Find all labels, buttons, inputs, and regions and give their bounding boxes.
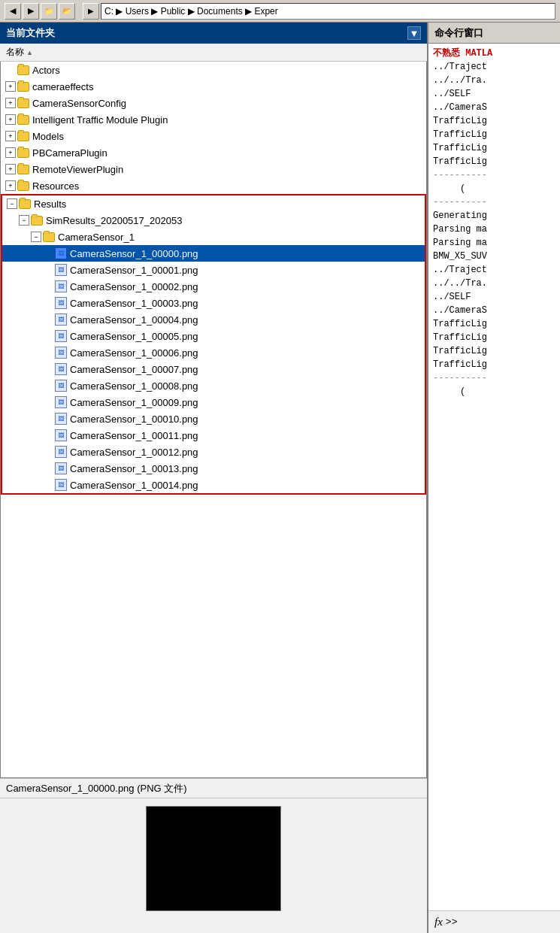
cmd-line: ( bbox=[433, 182, 555, 195]
cmd-line: Parsing ma bbox=[433, 236, 555, 250]
item-label: RemoteViewerPlugin bbox=[32, 164, 123, 175]
list-item[interactable]: 🖼 CameraSensor_1_00014.png bbox=[2, 477, 425, 493]
list-item[interactable]: + PBCameraPlugin bbox=[1, 144, 426, 161]
cmd-line: ../CameraS bbox=[433, 304, 555, 317]
folder-icon bbox=[17, 181, 29, 191]
forward-button[interactable]: ▶ bbox=[23, 3, 39, 20]
item-label: cameraeffects bbox=[32, 81, 93, 92]
folder-icon: ▶ bbox=[83, 3, 99, 20]
image-file-icon: 🖼 bbox=[55, 429, 67, 441]
image-file-icon: 🖼 bbox=[55, 347, 67, 359]
cmd-header: 命令行窗口 bbox=[428, 23, 560, 44]
list-item[interactable]: 🖼 CameraSensor_1_00008.png bbox=[2, 377, 425, 394]
item-label: CameraSensor_1_00005.png bbox=[70, 331, 198, 342]
cmd-line: ../SELF bbox=[433, 290, 555, 304]
image-file-icon: 🖼 bbox=[55, 297, 67, 309]
image-file-icon: 🖼 bbox=[55, 413, 67, 425]
image-file-icon: 🖼 bbox=[55, 462, 67, 474]
item-label: CameraSensor_1_00001.png bbox=[70, 265, 198, 276]
list-item[interactable]: 🖼 CameraSensor_1_00006.png bbox=[2, 344, 425, 361]
left-panel: 当前文件夹 ▼ 名称 ▲ Actors + cameraeffects bbox=[0, 23, 428, 933]
item-label: CameraSensor_1_00007.png bbox=[70, 364, 198, 375]
list-item[interactable]: 🖼 CameraSensor_1_00005.png bbox=[2, 328, 425, 344]
list-item[interactable]: Actors bbox=[1, 62, 426, 78]
cmd-line: Parsing ma bbox=[433, 223, 555, 236]
preview-image bbox=[146, 806, 281, 911]
file-tree[interactable]: Actors + cameraeffects + CameraSensorCon… bbox=[0, 62, 427, 778]
list-item[interactable]: 🖼 CameraSensor_1_00009.png bbox=[2, 394, 425, 410]
list-item[interactable]: 🖼 CameraSensor_1_00007.png bbox=[2, 361, 425, 377]
list-item[interactable]: 🖼 CameraSensor_1_00002.png bbox=[2, 278, 425, 295]
list-item[interactable]: 🖼 CameraSensor_1_00011.png bbox=[2, 427, 425, 444]
item-label: CameraSensor_1_00011.png bbox=[70, 430, 198, 441]
item-label: CameraSensor_1_00000.png bbox=[70, 248, 198, 259]
folder-icon bbox=[43, 232, 55, 242]
cmd-line: ../Traject bbox=[433, 60, 555, 74]
list-item[interactable]: − CameraSensor_1 bbox=[2, 229, 425, 245]
expand-button[interactable]: + bbox=[5, 164, 16, 174]
cmd-prompt[interactable]: >> bbox=[446, 916, 458, 928]
cmd-line: TrafficLig bbox=[433, 331, 555, 344]
status-bar: CameraSensor_1_00000.png (PNG 文件) bbox=[0, 778, 427, 798]
item-label: Resources bbox=[32, 180, 79, 192]
cmd-line: BMW_X5_SUV bbox=[433, 250, 555, 263]
list-item[interactable]: − Results bbox=[2, 195, 425, 212]
cmd-line: ( bbox=[433, 385, 555, 398]
list-item[interactable]: 🖼 CameraSensor_1_00013.png bbox=[2, 460, 425, 477]
column-header: 名称 ▲ bbox=[0, 44, 427, 62]
image-file-icon: 🖼 bbox=[55, 330, 67, 342]
expand-button[interactable]: − bbox=[31, 232, 41, 242]
image-file-icon: 🖼 bbox=[55, 363, 67, 375]
cmd-line: TrafficLig bbox=[433, 344, 555, 358]
history-button[interactable]: 📂 bbox=[59, 3, 75, 20]
up-button[interactable]: 📁 bbox=[41, 3, 57, 20]
cmd-line: ../CameraS bbox=[433, 101, 555, 114]
image-file-icon: 🖼 bbox=[55, 314, 67, 326]
list-item[interactable]: + Intelligent Traffic Module Plugin bbox=[1, 111, 426, 128]
expand-button[interactable]: + bbox=[5, 131, 16, 141]
expand-button[interactable]: + bbox=[5, 114, 16, 125]
main-content: 当前文件夹 ▼ 名称 ▲ Actors + cameraeffects bbox=[0, 23, 560, 933]
list-item[interactable]: + RemoteViewerPlugin bbox=[1, 161, 426, 177]
name-column-header[interactable]: 名称 ▲ bbox=[6, 46, 33, 59]
cmd-line: ---------- bbox=[433, 195, 555, 209]
list-item[interactable]: 🖼 CameraSensor_1_00001.png bbox=[2, 262, 425, 278]
list-item[interactable]: 🖼 CameraSensor_1_00000.png bbox=[2, 245, 425, 262]
folder-icon bbox=[17, 98, 29, 108]
expand-button[interactable]: + bbox=[5, 147, 16, 158]
cmd-line: ../../Tra. bbox=[433, 277, 555, 290]
folder-icon bbox=[17, 65, 29, 75]
cmd-line: TrafficLig bbox=[433, 141, 555, 155]
list-item[interactable]: 🖼 CameraSensor_1_00003.png bbox=[2, 295, 425, 311]
item-label: Intelligent Traffic Module Plugin bbox=[32, 114, 168, 126]
cmd-line: ---------- bbox=[433, 168, 555, 182]
right-panel: 命令行窗口 不熟悉 MATLA ../Traject ../../Tra. ..… bbox=[428, 23, 560, 933]
fx-symbol: fx bbox=[434, 916, 443, 928]
expand-button[interactable]: + bbox=[5, 180, 16, 191]
cmd-line: ../SELF bbox=[433, 87, 555, 101]
panel-title: 当前文件夹 bbox=[6, 26, 55, 40]
path-bar[interactable]: C: ▶ Users ▶ Public ▶ Documents ▶ Exper bbox=[101, 3, 555, 20]
list-item[interactable]: 🖼 CameraSensor_1_00010.png bbox=[2, 410, 425, 427]
cmd-line: 不熟悉 MATLA bbox=[433, 47, 555, 60]
image-file-icon: 🖼 bbox=[55, 479, 67, 491]
sort-arrow-icon: ▲ bbox=[26, 49, 33, 56]
cmd-content[interactable]: 不熟悉 MATLA ../Traject ../../Tra. ../SELF … bbox=[428, 44, 560, 910]
back-button[interactable]: ◀ bbox=[5, 3, 21, 20]
panel-header: 当前文件夹 ▼ bbox=[0, 23, 427, 44]
list-item[interactable]: + Models bbox=[1, 128, 426, 144]
list-item[interactable]: + Resources bbox=[1, 177, 426, 194]
list-item[interactable]: 🖼 CameraSensor_1_00004.png bbox=[2, 311, 425, 328]
expand-button[interactable]: + bbox=[5, 98, 16, 108]
folder-icon bbox=[17, 148, 29, 158]
list-item[interactable]: − SimResults_20200517_202053 bbox=[2, 212, 425, 229]
panel-options-button[interactable]: ▼ bbox=[407, 26, 421, 40]
cmd-line: TrafficLig bbox=[433, 358, 555, 371]
list-item[interactable]: 🖼 CameraSensor_1_00012.png bbox=[2, 444, 425, 460]
cmd-line: ---------- bbox=[433, 371, 555, 385]
expand-button[interactable]: + bbox=[5, 81, 16, 92]
list-item[interactable]: + cameraeffects bbox=[1, 78, 426, 95]
expand-button[interactable]: − bbox=[19, 215, 29, 226]
list-item[interactable]: + CameraSensorConfig bbox=[1, 95, 426, 111]
expand-button[interactable]: − bbox=[7, 198, 17, 209]
